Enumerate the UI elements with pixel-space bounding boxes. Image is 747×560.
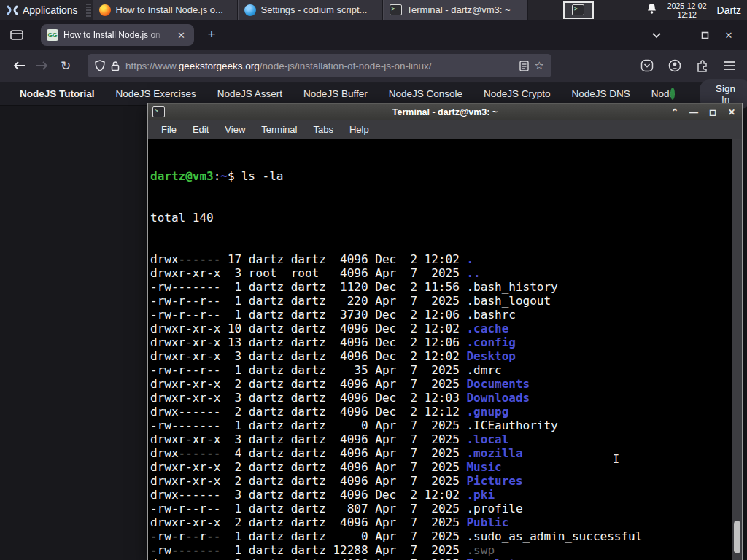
window-close-button[interactable]: ✕ xyxy=(719,30,738,41)
file-name: Templates xyxy=(466,557,530,560)
terminal-line: drwxr-xr-x 3 root root 4096 Apr 7 2025 .… xyxy=(150,266,742,280)
terminal-line: drwx------ 3 dartz dartz 4096 Dec 2 12:0… xyxy=(150,488,742,502)
reader-view-icon[interactable] xyxy=(519,61,529,71)
close-button[interactable]: ✕ xyxy=(726,107,738,117)
clock-time: 12:12 xyxy=(667,10,707,19)
bookmark-star-icon[interactable]: ☆ xyxy=(535,59,544,72)
terminal-window-controls: ⌃ — ◻ ✕ xyxy=(669,107,738,117)
menu-item-edit[interactable]: Edit xyxy=(185,122,216,137)
tracking-shield-icon[interactable] xyxy=(95,60,105,71)
nav-link-nodejs-tutorial[interactable]: NodeJS Tutorial xyxy=(20,88,95,99)
file-name: .sudo_as_admin_successful xyxy=(466,529,642,543)
url-bar[interactable]: https://www.geeksforgeeks.org/node-js/in… xyxy=(88,54,551,77)
terminal-line: -rw-r--r-- 1 dartz dartz 35 Apr 7 2025 .… xyxy=(150,363,742,377)
file-name: .bashrc xyxy=(466,308,515,322)
reload-icon: ↻ xyxy=(61,58,71,74)
pocket-icon[interactable] xyxy=(640,59,654,72)
window-minimize-button[interactable]: — xyxy=(672,30,691,41)
prompt-separator: : xyxy=(214,169,221,183)
nav-link-nodejs-crypto[interactable]: NodeJS Crypto xyxy=(484,88,551,99)
account-icon[interactable] xyxy=(668,59,681,72)
applications-menu-button[interactable]: Applications xyxy=(0,0,85,20)
applications-icon xyxy=(7,4,18,16)
terminal-line: drwxr-xr-x 2 dartz dartz 4096 Apr 7 2025… xyxy=(150,460,742,474)
codium-icon xyxy=(244,4,256,16)
terminal-body[interactable]: dartz@vm3:~$ls -la total 140 drwx------ … xyxy=(148,139,742,560)
terminal-line: drwxr-xr-x 3 dartz dartz 4096 Dec 2 12:0… xyxy=(150,349,742,363)
menu-item-tabs[interactable]: Tabs xyxy=(306,122,340,137)
terminal-line: drwxr-xr-x 2 dartz dartz 4096 Apr 7 2025… xyxy=(150,516,742,529)
file-name: .mozilla xyxy=(466,446,522,460)
maximize-button[interactable]: ◻ xyxy=(707,107,719,117)
file-name: .bash_logout xyxy=(466,294,551,308)
prompt-user-host: dartz@vm3 xyxy=(150,169,214,183)
terminal-line: drwxr-xr-x 2 dartz dartz 4096 Apr 7 2025… xyxy=(150,474,742,488)
firefox-tab-bar: GG How to Install Node.js on ✕ + — ✕ xyxy=(0,20,747,50)
firefox-view-button[interactable] xyxy=(6,25,28,45)
forward-button[interactable] xyxy=(31,55,54,77)
applications-label: Applications xyxy=(23,4,78,16)
nav-link-nodejs-assert[interactable]: NodeJS Assert xyxy=(217,88,282,99)
menu-item-terminal[interactable]: Terminal xyxy=(254,122,304,137)
terminal-line: drwxr-xr-x 13 dartz dartz 4096 Dec 2 12:… xyxy=(150,335,742,349)
nav-link-nodejs-buffer[interactable]: NodeJS Buffer xyxy=(303,88,368,99)
desktop: Applications How to Install Node.js o...… xyxy=(0,0,747,560)
minimize-button[interactable]: — xyxy=(688,107,700,117)
firefox-toolbar: ↻ https://www.geeksforgeeks.org/node-js/… xyxy=(0,50,747,82)
terminal-line: drwxr-xr-x 2 dartz dartz 4096 Apr 7 2025… xyxy=(150,377,742,391)
terminal-title: Terminal - dartz@vm3: ~ xyxy=(148,107,742,117)
terminal-line: drwxr-xr-x 3 dartz dartz 4096 Dec 2 12:0… xyxy=(150,391,742,405)
window-maximize-button[interactable] xyxy=(701,31,709,39)
scrollbar-thumb[interactable] xyxy=(734,521,740,553)
file-name: Downloads xyxy=(466,391,530,405)
terminal-line: drwxr-xr-x 3 dartz dartz 4096 Apr 7 2025… xyxy=(150,432,742,446)
taskbar-button-codium[interactable]: Settings - codium script... xyxy=(238,0,383,20)
nav-link-nodejs-dns[interactable]: NodeJS DNS xyxy=(572,88,630,99)
terminal-line: drwxr-xr-x 10 dartz dartz 4096 Dec 2 12:… xyxy=(150,322,742,335)
reload-button[interactable]: ↻ xyxy=(54,55,77,77)
menu-icon[interactable] xyxy=(723,61,735,71)
taskbar-label: Terminal - dartz@vm3: ~ xyxy=(407,4,511,15)
firefox-view-icon xyxy=(10,29,23,41)
taskbar-button-firefox[interactable]: How to Install Node.js o... xyxy=(93,0,238,20)
clock-date: 2025-12-02 xyxy=(667,1,707,10)
top-panel: Applications How to Install Node.js o...… xyxy=(0,0,747,20)
url-host: geeksforgeeks.org xyxy=(179,61,260,71)
file-name: .pki xyxy=(466,488,495,502)
file-name: .local xyxy=(466,432,508,446)
file-name: .. xyxy=(466,266,480,280)
menu-item-help[interactable]: Help xyxy=(342,122,376,137)
file-name: Desktop xyxy=(466,349,515,363)
nav-link-nodejs-console[interactable]: NodeJS Console xyxy=(389,88,462,99)
terminal-scrollbar[interactable] xyxy=(732,139,742,560)
prompt-symbol: $ xyxy=(228,169,235,183)
browser-tab-active[interactable]: GG How to Install Node.js on ✕ xyxy=(41,24,194,46)
file-name: .profile xyxy=(466,502,522,516)
panel-handle xyxy=(86,3,91,17)
terminal-titlebar[interactable]: >_ Terminal - dartz@vm3: ~ ⌃ — ◻ ✕ xyxy=(148,103,742,120)
workspace-switcher[interactable]: >_ xyxy=(563,1,594,19)
menu-item-view[interactable]: View xyxy=(217,122,252,137)
url-text: https://www.geeksforgeeks.org/node-js/in… xyxy=(125,61,514,71)
lock-icon[interactable] xyxy=(111,61,120,71)
tab-close-icon[interactable]: ✕ xyxy=(174,29,188,42)
nav-link-nodejs-exercises[interactable]: NodeJS Exercises xyxy=(116,88,196,99)
toolbar-right-icons xyxy=(640,59,740,72)
file-name: .config xyxy=(466,335,515,349)
firefox-icon xyxy=(99,4,111,16)
shade-button[interactable]: ⌃ xyxy=(669,107,681,117)
terminal-line: total 140 xyxy=(150,211,742,225)
list-all-tabs-icon[interactable] xyxy=(651,32,662,39)
gfg-favicon: GG xyxy=(47,29,58,41)
taskbar-button-terminal[interactable]: >_ Terminal - dartz@vm3: ~ xyxy=(383,0,528,20)
clock[interactable]: 2025-12-02 12:12 xyxy=(667,1,707,19)
back-button[interactable] xyxy=(7,55,31,77)
file-name: Pictures xyxy=(466,474,522,488)
terminal-window: >_ Terminal - dartz@vm3: ~ ⌃ — ◻ ✕ FileE… xyxy=(147,103,743,560)
extensions-icon[interactable] xyxy=(696,59,708,72)
new-tab-button[interactable]: + xyxy=(201,25,222,45)
file-name: .cache xyxy=(466,322,508,335)
prompt-cwd: ~ xyxy=(220,169,228,183)
notifications-button[interactable] xyxy=(646,3,657,18)
menu-item-file[interactable]: File xyxy=(154,122,184,137)
